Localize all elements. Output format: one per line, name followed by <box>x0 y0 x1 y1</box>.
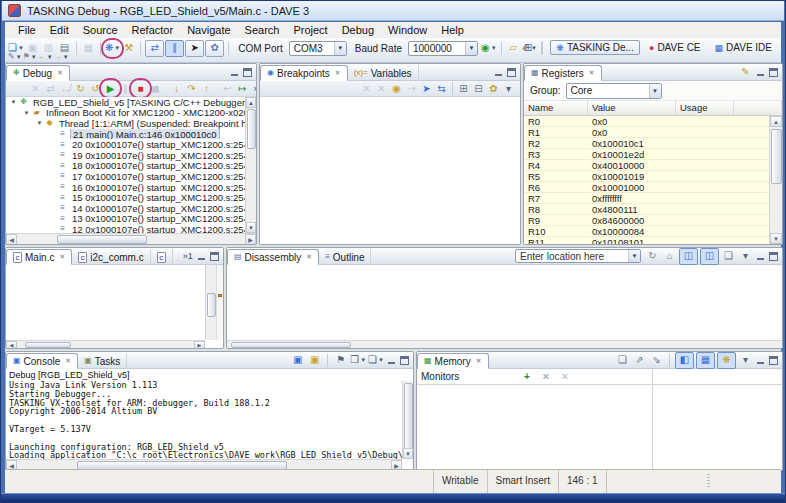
back-icon[interactable]: ←▼ <box>38 52 53 63</box>
step-over-icon[interactable]: ↷ <box>184 81 199 96</box>
register-row[interactable]: R70xffffffff <box>524 193 769 204</box>
perspective-dave-ce[interactable]: ●DAVE CE <box>644 41 706 54</box>
dropdown-arrow-icon[interactable]: ▼ <box>360 357 366 363</box>
use-step-filters-icon[interactable]: ↣ <box>250 81 257 96</box>
source-editor[interactable] <box>6 265 223 340</box>
stack-frame-row[interactable]: ≡20 0x1000107e() startup_XMC1200.s:254 0… <box>6 139 245 150</box>
step-return-icon[interactable]: ↑ <box>199 81 214 96</box>
edit-register-icon[interactable]: ✎ <box>738 65 753 80</box>
tab-console[interactable]: ▣Console✕ <box>6 353 78 369</box>
tab-i2c-comm-c[interactable]: ci2c_comm.c <box>72 249 150 265</box>
new-disassembly-view-icon[interactable]: ❏ <box>721 249 736 264</box>
dropdown-arrow-icon[interactable]: ▼ <box>16 54 22 60</box>
remove-all-memory-monitors-icon[interactable]: ✕ <box>557 369 572 384</box>
export-memory-icon[interactable]: ⇗ <box>632 353 647 368</box>
register-row[interactable]: R80x4800111 <box>524 204 769 215</box>
open-console-icon[interactable]: ❏▼ <box>368 353 384 368</box>
register-row[interactable]: R40x40010000 <box>524 160 769 171</box>
stack-frame-row[interactable]: ≡16 0x1000107e() startup_XMC1200.s:254 0… <box>6 182 245 193</box>
debug-tree-row[interactable]: ▼◆Thread [1:1:ARM] (Suspended: Breakpoin… <box>6 118 245 129</box>
register-row[interactable]: R20x100010c1 <box>524 138 769 149</box>
tree-expander-icon[interactable]: ▼ <box>35 120 44 126</box>
disassembly-horizontal-scrollbar[interactable] <box>227 340 782 348</box>
menu-file[interactable]: File <box>11 23 43 37</box>
home-icon[interactable]: ⌂ <box>662 249 677 264</box>
register-row[interactable]: R60x10001000 <box>524 182 769 193</box>
stack-frame-row[interactable]: ≡18 0x1000107e() startup_XMC1200.s:254 0… <box>6 161 245 172</box>
minimize-button[interactable] <box>196 251 207 262</box>
register-row[interactable]: R110x10108101 <box>524 237 769 244</box>
display-selected-console-icon[interactable]: ❒▼ <box>350 353 366 368</box>
resume-icon[interactable]: ▶ <box>103 81 118 96</box>
run-application-icon[interactable]: ➤ <box>185 40 204 57</box>
register-row[interactable]: R90x84600000 <box>524 215 769 226</box>
tab-variables[interactable]: (x)=Variables <box>348 65 419 81</box>
editor-vertical-scrollbar[interactable] <box>205 265 216 340</box>
console-vertical-scrollbar[interactable]: ▼ <box>402 381 413 459</box>
last-edit-location-icon[interactable]: ✎▼ <box>8 52 22 63</box>
close-icon[interactable]: ✕ <box>65 357 71 365</box>
minimize-button[interactable] <box>386 355 397 366</box>
open-perspective-icon[interactable]: ⊞ <box>520 40 535 55</box>
new-memory-view-icon[interactable]: ❏ <box>615 353 630 368</box>
show-console-standard-out-icon[interactable]: ▣ <box>290 353 305 368</box>
split-pane-icon[interactable]: ◧ <box>675 352 694 369</box>
minimize-button[interactable] <box>229 67 240 78</box>
generate-code-icon[interactable]: ❋▼ <box>105 41 120 56</box>
editor-horizontal-scrollbar[interactable]: ◀ ▶ <box>6 340 205 348</box>
forward-icon[interactable]: →▼ <box>54 52 69 63</box>
dropdown-arrow-icon[interactable]: ▼ <box>31 54 37 60</box>
chevron-down-icon[interactable]: ▼ <box>649 84 661 98</box>
link-rendering-panes-icon[interactable]: ❋ <box>717 352 736 369</box>
maximize-button[interactable] <box>768 67 779 78</box>
chevron-down-icon[interactable]: ▼ <box>465 42 477 55</box>
breakpoints-empty-area[interactable] <box>260 97 520 244</box>
maximize-button[interactable] <box>242 67 253 78</box>
view-settings-icon[interactable]: ✿ <box>486 81 501 96</box>
tab-outline[interactable]: ≡Outline <box>319 249 371 265</box>
instruction-stepping-icon[interactable]: ↦ <box>235 81 250 96</box>
stack-frame-row[interactable]: ≡17 0x1000107e() startup_XMC1200.s:254 0… <box>6 171 245 182</box>
registers-vertical-scrollbar[interactable]: ▲ ▼ <box>769 116 782 244</box>
maximize-button[interactable] <box>768 355 779 366</box>
expand-all-icon[interactable]: ⊞ <box>456 81 471 96</box>
memory-monitors-list[interactable] <box>417 385 652 470</box>
open-folder-icon[interactable]: ▱ <box>506 41 521 56</box>
stack-frame-row[interactable]: ≡19 0x1000107e() startup_XMC1200.s:254 0… <box>6 150 245 161</box>
disassembly-listing[interactable] <box>227 265 782 340</box>
stack-frame-row[interactable]: ≡13 0x1000107e() startup_XMC1200.s:254 0… <box>6 214 245 225</box>
view-menu-icon[interactable]: ▾ <box>501 81 516 96</box>
register-row[interactable]: R00x0 <box>524 116 769 127</box>
maximize-button[interactable] <box>209 251 220 262</box>
restart-icon[interactable]: ↻ <box>73 81 88 96</box>
add-memory-monitor-icon[interactable]: + <box>519 369 534 384</box>
column-name[interactable]: Name <box>524 101 588 115</box>
terminate-icon[interactable]: ■ <box>133 81 148 96</box>
maximize-button[interactable] <box>768 251 779 262</box>
close-icon[interactable]: ✕ <box>335 69 341 77</box>
relaunch-icon[interactable]: ↺ <box>88 81 103 96</box>
maximize-button[interactable] <box>399 355 410 366</box>
perspective-dave-ide[interactable]: ▦DAVE IDE <box>710 41 777 54</box>
menu-window[interactable]: Window <box>381 23 434 37</box>
column-value[interactable]: Value <box>588 101 676 115</box>
menu-project[interactable]: Project <box>286 23 334 37</box>
show-supported-breakpoints-icon[interactable]: ◉ <box>389 81 404 96</box>
close-icon[interactable]: ✕ <box>589 69 595 77</box>
tab-tasks[interactable]: ▣Tasks <box>78 353 127 369</box>
minimize-button[interactable] <box>755 67 766 78</box>
tab-main-c[interactable]: cMain.c✕ <box>6 249 72 265</box>
debug-vertical-scrollbar[interactable]: ▲ ▼ <box>245 97 256 233</box>
dropdown-arrow-icon[interactable]: ▼ <box>63 54 69 60</box>
view-menu-icon[interactable]: ▾ <box>738 353 753 368</box>
skip-all-breakpoints-icon[interactable]: ➤ <box>419 81 434 96</box>
tab-debug[interactable]: ❉Debug✕ <box>6 65 70 81</box>
dropdown-arrow-icon[interactable]: ▼ <box>491 45 497 51</box>
connect-target-icon[interactable]: ⇄ <box>145 40 164 57</box>
menu-search[interactable]: Search <box>238 23 287 37</box>
minimize-button[interactable] <box>493 67 504 78</box>
close-icon[interactable]: ✕ <box>306 253 312 261</box>
dropdown-arrow-icon[interactable]: ▼ <box>47 54 53 60</box>
tree-expander-icon[interactable]: ▼ <box>9 99 18 105</box>
close-icon[interactable]: ✕ <box>59 253 65 261</box>
